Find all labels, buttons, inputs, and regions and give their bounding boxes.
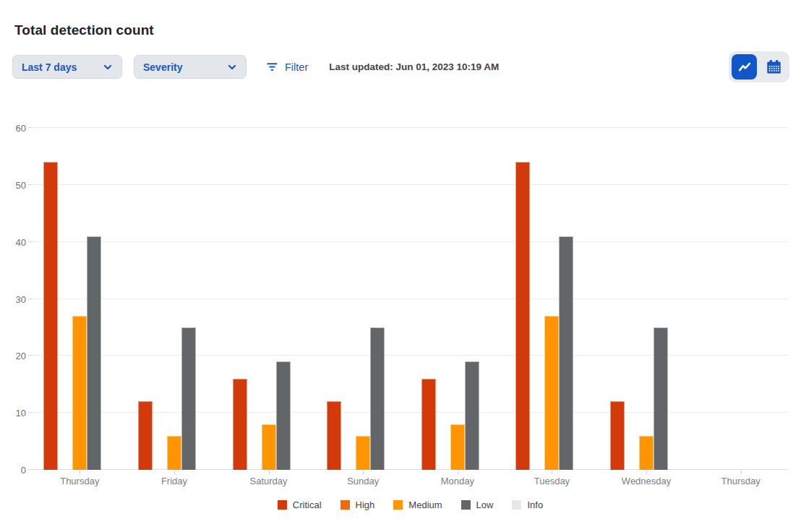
bar-low[interactable] [276, 361, 291, 470]
bar-critical[interactable] [43, 162, 58, 470]
line-chart-icon [737, 59, 753, 75]
x-axis-label: Monday [411, 476, 505, 486]
bar-groups [33, 128, 788, 470]
bar-group [599, 128, 694, 470]
last-updated-text: Last updated: Jun 01, 2023 10:19 AM [329, 61, 499, 72]
bar-critical[interactable] [610, 401, 625, 470]
bar-low[interactable] [559, 236, 573, 470]
bar-slot [559, 128, 573, 470]
bar-critical[interactable] [421, 379, 436, 470]
bar-slot [385, 128, 399, 470]
legend-swatch [278, 500, 287, 510]
bar-slot [153, 128, 167, 470]
bar-slot [654, 128, 668, 470]
bar-group [693, 128, 788, 470]
bar-group [505, 128, 599, 470]
group-by-select[interactable]: Severity [134, 55, 247, 79]
detection-count-panel: Total detection count Last 7 days Severi… [0, 0, 801, 532]
bar-slot [436, 128, 450, 470]
bar-medium[interactable] [544, 316, 559, 470]
bar-slot [370, 128, 385, 470]
y-axis: 0102030405060 [0, 128, 26, 470]
bar-medium[interactable] [450, 424, 465, 470]
legend-swatch [461, 500, 471, 510]
chevron-down-icon [227, 62, 237, 72]
y-axis-label: 40 [16, 236, 26, 247]
legend-item-critical[interactable]: Critical [278, 499, 322, 510]
bar-slot [276, 128, 291, 470]
page-title: Total detection count [14, 22, 154, 38]
bar-group [127, 128, 222, 470]
bar-slot [465, 128, 479, 470]
bar-slot [625, 128, 639, 470]
bar-slot [43, 128, 58, 470]
calendar-view-button[interactable] [761, 54, 787, 80]
filter-label: Filter [285, 61, 308, 73]
calendar-icon [766, 59, 782, 75]
controls-bar: Last 7 days Severity Filter Last updated… [12, 51, 789, 82]
bar-medium[interactable] [639, 436, 654, 470]
bar-slot [101, 128, 116, 470]
bar-medium[interactable] [72, 316, 87, 470]
legend-item-info[interactable]: Info [512, 499, 543, 510]
filter-icon [266, 61, 278, 73]
x-axis-label: Wednesday [599, 476, 694, 486]
y-axis-label: 50 [16, 179, 26, 190]
bar-low[interactable] [654, 327, 668, 470]
group-by-value: Severity [143, 61, 182, 73]
bar-medium[interactable] [167, 436, 181, 470]
bar-slot [610, 128, 625, 470]
x-axis: ThursdayFridaySaturdaySundayMondayTuesda… [33, 476, 788, 486]
plot-area [33, 128, 788, 470]
bar-group [316, 128, 411, 470]
time-range-value: Last 7 days [22, 61, 77, 73]
bar-critical[interactable] [327, 401, 341, 470]
bar-group [221, 128, 316, 470]
legend-swatch [393, 500, 403, 510]
bar-slot [291, 128, 305, 470]
bar-low[interactable] [465, 361, 479, 470]
bar-slot [544, 128, 559, 470]
bar-slot [763, 128, 777, 470]
bar-critical[interactable] [515, 162, 530, 470]
bar-low[interactable] [370, 327, 385, 470]
bar-slot [639, 128, 654, 470]
bar-slot [233, 128, 247, 470]
bar-medium[interactable] [356, 436, 370, 470]
chart-view-button[interactable] [732, 54, 757, 80]
legend-label: Critical [293, 499, 322, 510]
legend-label: High [356, 499, 375, 510]
bar-critical[interactable] [233, 379, 247, 470]
bar-low[interactable] [87, 236, 101, 470]
bar-slot [719, 128, 734, 470]
x-axis-label: Thursday [33, 476, 127, 486]
y-axis-label: 20 [16, 351, 26, 361]
bar-slot [341, 128, 356, 470]
bar-slot [450, 128, 465, 470]
legend-item-low[interactable]: Low [461, 499, 494, 510]
bar-slot [515, 128, 530, 470]
filter-button[interactable]: Filter [266, 61, 308, 73]
legend-label: Medium [408, 499, 442, 510]
x-axis-label: Thursday [693, 476, 788, 486]
bar-medium[interactable] [262, 424, 276, 470]
bar-low[interactable] [181, 327, 196, 470]
bar-critical[interactable] [138, 401, 153, 470]
bar-slot [479, 128, 494, 470]
y-axis-label: 0 [21, 465, 26, 476]
bar-slot [421, 128, 436, 470]
time-range-select[interactable]: Last 7 days [12, 55, 122, 79]
bar-slot [72, 128, 87, 470]
legend-item-high[interactable]: High [340, 499, 375, 510]
bar-group [411, 128, 505, 470]
bar-slot [734, 128, 748, 470]
chevron-down-icon [103, 62, 113, 72]
view-toggle-group [729, 51, 789, 82]
legend-label: Low [476, 499, 494, 510]
bar-slot [87, 128, 101, 470]
legend-swatch [340, 500, 350, 510]
legend-swatch [512, 500, 521, 510]
legend-item-medium[interactable]: Medium [393, 499, 442, 510]
bar-slot [262, 128, 276, 470]
y-axis-label: 10 [16, 408, 26, 419]
